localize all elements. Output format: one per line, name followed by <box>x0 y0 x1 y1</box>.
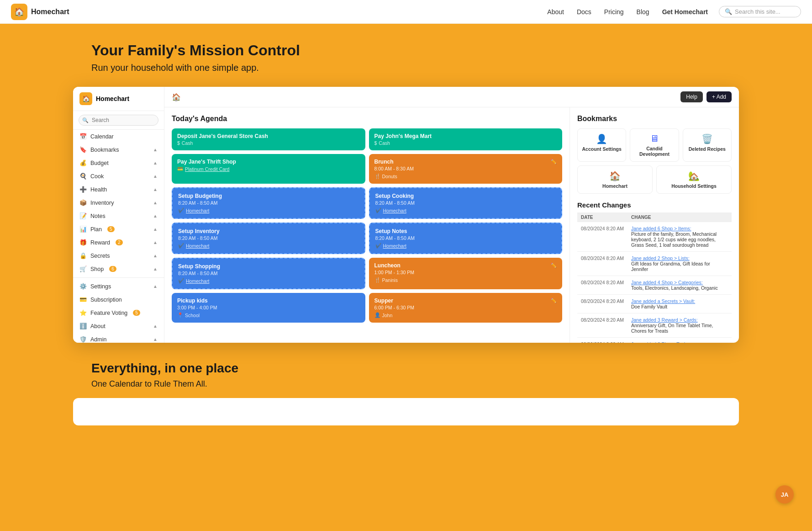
bookmark-candid-dev[interactable]: 🖥 Candid Development <box>630 128 679 162</box>
sidebar-item-shop[interactable]: 🛒 Shop 6 ▲ <box>73 262 164 276</box>
homechart-link[interactable]: Homechart <box>186 278 209 284</box>
budget-icon: 💰 <box>79 159 87 166</box>
sidebar-search-input[interactable] <box>79 115 158 126</box>
sidebar-item-feature-voting[interactable]: ⭐ Feature Voting 5 <box>73 306 164 319</box>
edit-icon: ✏️ <box>550 159 557 165</box>
sidebar-item-notes[interactable]: 📝 Notes ▲ <box>73 209 164 223</box>
change-link[interactable]: Jane added 6 Shop > Items: <box>631 226 691 231</box>
chevron-icon: ▲ <box>153 240 158 245</box>
card-time: 8:20 AM - 8:50 AM <box>375 200 556 206</box>
plan-icon: 📊 <box>79 226 87 233</box>
chevron-icon: ▲ <box>153 160 158 165</box>
agenda-card-8[interactable]: Setup Shopping 8:20 AM - 8:50 AM ✔️ Home… <box>172 258 365 289</box>
col-date: DATE <box>577 212 627 222</box>
change-detail: Gift Ideas for Grandma, Gift Ideas for J… <box>631 261 710 272</box>
agenda-title: Today's Agenda <box>172 115 562 123</box>
search-placeholder-text: Search this site... <box>735 8 780 15</box>
nav-search-box[interactable]: 🔍 Search this site... <box>719 6 801 17</box>
sidebar-item-reward[interactable]: 🎁 Reward 2 ▲ <box>73 236 164 249</box>
card-title: Pickup kids <box>177 297 360 304</box>
change-link[interactable]: Jane added 2 Shop > Lists: <box>631 255 690 261</box>
toolbar-home-icon[interactable]: 🏠 <box>172 93 181 101</box>
sidebar-item-calendar[interactable]: 📅 Calendar <box>73 130 164 143</box>
sidebar-item-settings[interactable]: ⚙️ Settings ▲ <box>73 280 164 293</box>
chevron-icon: ▲ <box>153 266 158 271</box>
sidebar-item-cook[interactable]: 🍳 Cook ▲ <box>73 170 164 183</box>
homechart-link[interactable]: Homechart <box>383 243 406 249</box>
nav-logo[interactable]: 🏠 Homechart <box>11 4 69 20</box>
card-title: Deposit Jane's General Store Cash <box>177 133 360 139</box>
sidebar-item-about[interactable]: ℹ️ About ▲ <box>73 319 164 333</box>
sidebar-item-inventory[interactable]: 📦 Inventory ▲ <box>73 196 164 209</box>
card-title: Pay Jane's Thrift Shop <box>177 159 360 165</box>
agenda-card-7[interactable]: Setup Notes 8:20 AM - 8:50 AM ✔️ Homecha… <box>369 223 563 254</box>
sidebar-item-budget[interactable]: 💰 Budget ▲ <box>73 156 164 170</box>
change-link[interactable]: Jane added a Secrets > Vault: <box>631 298 695 304</box>
sidebar-item-bookmarks[interactable]: 🔖 Bookmarks ▲ <box>73 143 164 156</box>
change-cell: Jane added 6 Plan > Tasks: Figure out Ho… <box>627 338 732 343</box>
nav-get-homechart[interactable]: Get Homechart <box>662 8 708 16</box>
agenda-card-0[interactable]: Deposit Jane's General Store Cash $ Cash <box>172 128 365 150</box>
homechart-link[interactable]: Homechart <box>186 208 209 213</box>
card-time: 8:20 AM - 8:50 AM <box>178 271 359 276</box>
agenda-card-10[interactable]: Pickup kids 3:00 PM - 4:00 PM 📍 School <box>172 293 365 323</box>
sidebar-item-secrets[interactable]: 🔒 Secrets ▲ <box>73 249 164 262</box>
agenda-card-11[interactable]: Supper ✏️ 6:00 PM - 6:30 PM 👤 John <box>369 293 563 323</box>
agenda-panel: Today's Agenda Deposit Jane's General St… <box>164 107 570 343</box>
bookmark-household-settings[interactable]: 🏡 Household Settings <box>656 165 732 194</box>
sidebar-item-label: Plan <box>90 226 102 233</box>
bookmark-account-settings[interactable]: 👤 Account Settings <box>577 128 626 162</box>
card-title: Setup Inventory <box>178 228 359 234</box>
agenda-card-2[interactable]: Pay Jane's Thrift Shop 💳 Platinum Credit… <box>172 154 365 184</box>
logo-icon: 🏠 <box>11 4 27 20</box>
agenda-card-9[interactable]: Luncheon ✏️ 1:00 PM - 1:30 PM 🍴 Paninis <box>369 258 563 289</box>
cash-icon: $ <box>374 140 377 146</box>
section2-subtitle: One Calendar to Rule Them All. <box>91 379 721 389</box>
health-icon: ➕ <box>79 186 87 193</box>
sidebar-item-label: Reward <box>90 239 110 246</box>
agenda-card-1[interactable]: Pay John's Mega Mart $ Cash <box>369 128 563 150</box>
sidebar-item-subscription[interactable]: 💳 Subscription <box>73 293 164 306</box>
voting-icon: ⭐ <box>79 309 87 316</box>
agenda-card-6[interactable]: Setup Inventory 8:20 AM - 8:50 AM ✔️ Hom… <box>172 223 365 254</box>
bookmark-label: Homechart <box>581 183 649 189</box>
account-settings-icon: 👤 <box>581 133 622 144</box>
sidebar-item-admin[interactable]: 🛡️ Admin ▲ <box>73 333 164 343</box>
change-link[interactable]: Jane added 6 Plan > Tasks: <box>631 341 690 343</box>
card-title: Setup Notes <box>375 228 556 234</box>
change-cell: Jane added 6 Shop > Items: Picture of th… <box>627 222 732 252</box>
bookmark-label: Deleted Recipes <box>687 146 728 152</box>
sidebar-item-label: Shop <box>90 266 104 272</box>
help-button[interactable]: Help <box>680 91 703 102</box>
agenda-card-3[interactable]: Brunch ✏️ 8:00 AM - 8:30 AM 🍴 Donuts <box>369 154 563 184</box>
nav-blog[interactable]: Blog <box>637 8 649 16</box>
nav-pricing[interactable]: Pricing <box>604 8 624 16</box>
bookmark-homechart[interactable]: 🏠 Homechart <box>577 165 653 194</box>
nav-docs[interactable]: Docs <box>577 8 591 16</box>
change-link[interactable]: Jane added 4 Shop > Categories: <box>631 280 703 285</box>
right-panel: Bookmarks 👤 Account Settings 🖥 Candid De… <box>570 107 739 343</box>
homechart-link[interactable]: Homechart <box>383 208 406 213</box>
card-time: 6:00 PM - 6:30 PM <box>374 305 557 310</box>
chevron-icon: ▲ <box>153 284 158 289</box>
agenda-card-4[interactable]: Setup Budgeting 8:20 AM - 8:50 AM ✔️ Hom… <box>172 187 365 219</box>
sidebar-item-label: Budget <box>90 160 109 166</box>
sidebar-item-health[interactable]: ➕ Health ▲ <box>73 183 164 196</box>
bookmark-deleted-recipes[interactable]: 🗑️ Deleted Recipes <box>683 128 732 162</box>
sidebar-item-label: Admin <box>90 336 106 343</box>
card-sub: $ Cash <box>177 140 360 146</box>
homechart-link[interactable]: Homechart <box>186 243 209 249</box>
sidebar-item-label: Secrets <box>90 253 110 259</box>
hero-subtitle: Run your household with one simple app. <box>91 63 721 73</box>
nav-about[interactable]: About <box>547 8 564 16</box>
agenda-card-5[interactable]: Setup Cooking 8:20 AM - 8:50 AM ✔️ Homec… <box>369 187 563 219</box>
table-row: 08/20/2024 8:20 AM Jane added 6 Plan > T… <box>577 338 732 343</box>
toolbar-buttons: Help + Add <box>680 91 732 102</box>
sidebar-item-plan[interactable]: 📊 Plan 5 ▲ <box>73 223 164 236</box>
voting-badge: 5 <box>133 310 140 316</box>
change-link[interactable]: Jane added 3 Reward > Cards: <box>631 317 698 323</box>
add-button[interactable]: + Add <box>707 91 732 102</box>
recent-changes-title: Recent Changes <box>577 201 732 209</box>
homechart-bookmark-icon: 🏠 <box>581 170 649 181</box>
chevron-icon: ▲ <box>153 174 158 179</box>
